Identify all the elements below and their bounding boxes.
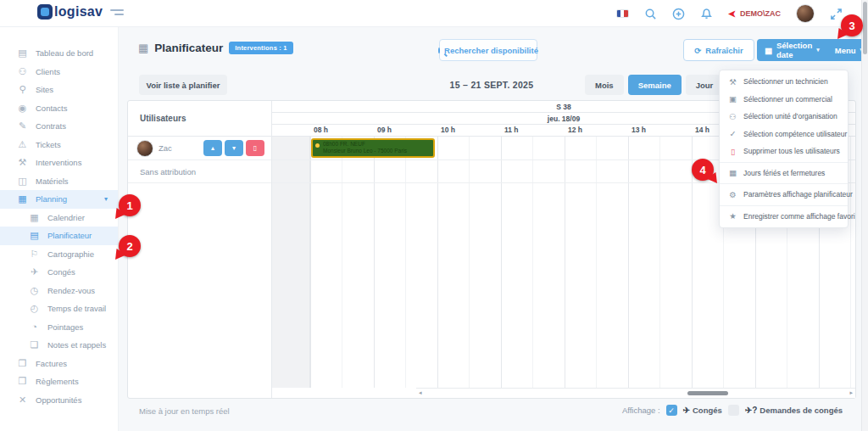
sidebar-item-tickets[interactable]: ⚠Tickets — [0, 136, 118, 154]
demandes-conges-checkbox[interactable] — [728, 405, 739, 416]
plane-icon: ✈ — [683, 406, 690, 415]
org-unit-icon: ⚇ — [728, 112, 737, 121]
contract-icon: ✎ — [17, 120, 28, 132]
menu-item-select-skill[interactable]: ✓Sélection compétence utilisateur — [720, 126, 848, 143]
menu-item-select-technician[interactable]: ⚒Sélectionner un technicien — [720, 73, 848, 91]
view-list-to-plan-button[interactable]: Voir liste à planifier — [139, 75, 227, 95]
interventions-count-badge: Interventions : 1 — [229, 42, 292, 54]
annotation-badge-1: 1 — [119, 194, 141, 216]
intervention-event[interactable]: 08h00 FR. NEUF Monsieur Bruno Leo - 7500… — [311, 138, 435, 158]
menu-divider — [720, 183, 848, 184]
refresh-button[interactable]: ⟳ Rafraîchir — [683, 39, 754, 61]
dashboard-icon: ▤ — [17, 48, 28, 59]
scrollbar-thumb[interactable] — [863, 2, 867, 54]
sidebar-item-conges[interactable]: ✈Congés — [0, 263, 118, 282]
sidebar-item-calendrier[interactable]: ▦Calendrier — [0, 209, 118, 227]
payment-icon: ❒ — [17, 376, 28, 387]
users-column: Utilisateurs Zac ▴ ▾ ▯ Sans attribution — [128, 101, 272, 398]
bell-icon[interactable] — [700, 8, 713, 20]
refresh-icon: ⟳ — [694, 46, 701, 55]
sidebar-item-notes-et-rappels[interactable]: ❏Notes et rappels — [0, 336, 118, 355]
menu-item-select-commercial[interactable]: ▣Sélectionner un commercial — [720, 91, 848, 109]
menu-item-remove-all-users[interactable]: ▯Supprimer tous les utilisateurs — [720, 143, 848, 160]
header-action-group: ▦ Sélection date ▾ Menu ▾ — [757, 39, 868, 61]
calendar-icon: ▦ — [29, 212, 40, 223]
sidebar-item-temps-de-travail[interactable]: ◴Temps de travail — [0, 299, 118, 318]
sidebar-item-cartographie[interactable]: ⚐Cartographie — [0, 245, 118, 264]
scroll-left-icon[interactable]: ◂ — [419, 389, 422, 396]
sidebar-item-interventions[interactable]: ⚒Interventions — [0, 154, 118, 172]
topbar: logisav ➤ DEMO\ZAC — [0, 0, 868, 27]
search-availability-button[interactable]: Rechercher disponibilité — [439, 39, 537, 61]
plus-circle-icon[interactable] — [672, 8, 685, 20]
search-icon[interactable] — [644, 8, 657, 20]
check-icon: ✓ — [728, 129, 737, 138]
view-month-button[interactable]: Mois — [585, 75, 624, 95]
select-date-button[interactable]: ▦ Sélection date ▾ — [757, 39, 827, 61]
annotation-badge-3: 3 — [841, 14, 863, 36]
plane-icon: ✈ — [29, 266, 40, 277]
remove-user-button[interactable]: ▯ — [246, 140, 264, 156]
impersonation-arrow-icon: ➤ — [728, 8, 736, 20]
menu-dropdown: ⚒Sélectionner un technicien ▣Sélectionne… — [719, 70, 849, 228]
clock-icon: ◔ — [29, 322, 40, 332]
app-logo[interactable]: logisav — [37, 4, 103, 20]
user-avatar[interactable] — [796, 4, 815, 23]
star-icon: ★ — [728, 211, 737, 221]
menu-item-save-favorite-view[interactable]: ★Enregistrer comme affichage favori — [720, 208, 848, 226]
sidebar-toggle-icon[interactable] — [110, 9, 124, 18]
menu-item-planner-display-settings[interactable]: ⚙Paramètres affichage planificateur — [720, 186, 848, 204]
sidebar-item-materiels[interactable]: ◫Matériels — [0, 172, 118, 191]
hour-tick: 14 h — [695, 126, 709, 134]
scrollbar-thumb[interactable] — [687, 391, 728, 395]
expand-fullscreen-icon[interactable] — [830, 8, 843, 20]
sidebar-item-planificateur[interactable]: ▤Planificateur — [0, 227, 118, 245]
planning-calendar-icon: ▦ — [17, 193, 28, 204]
user-label: DEMO\ZAC — [740, 9, 781, 18]
logo-icon — [37, 4, 53, 20]
view-day-button[interactable]: Jour — [686, 75, 724, 95]
sidebar-item-contacts[interactable]: ◉Contacts — [0, 99, 118, 118]
appointment-bell-icon: ◷ — [29, 285, 40, 296]
menu-divider — [720, 162, 848, 163]
wrench-icon: ⚒ — [17, 157, 28, 168]
sidebar-item-sites[interactable]: ⚲Sites — [0, 81, 118, 99]
language-flag-fr-icon[interactable] — [616, 9, 629, 18]
menu-item-select-org-unit[interactable]: ⚇Sélection unité d'organisation — [720, 108, 848, 126]
user-menu[interactable]: ➤ DEMO\ZAC — [728, 8, 781, 20]
equipment-icon: ◫ — [17, 176, 28, 187]
sidebar-item-contrats[interactable]: ✎Contrats — [0, 117, 118, 136]
sidebar-item-pointages[interactable]: ◔Pointages — [0, 318, 118, 337]
invoice-icon: ❐ — [17, 358, 28, 369]
menu-item-holidays-closures[interactable]: ▦Jours fériés et fermetures — [720, 165, 848, 182]
horizontal-scrollbar[interactable]: ◂ ▸ — [416, 388, 855, 398]
hour-tick: 11 h — [504, 126, 519, 134]
annotation-badge-2: 2 — [119, 235, 141, 257]
sidebar-item-opportunites[interactable]: ✕Opportunités — [0, 391, 118, 410]
view-week-button[interactable]: Semaine — [628, 75, 682, 95]
sidebar-item-rendez-vous[interactable]: ◷Rendez-vous — [0, 282, 118, 300]
demandes-conges-option-label: ✈?Demandes de congés — [745, 406, 843, 415]
sidebar-item-clients[interactable]: ⚇Clients — [0, 63, 118, 81]
display-options: Affichage : ✓ ✈Congés ✈?Demandes de cong… — [622, 405, 843, 416]
move-user-up-button[interactable]: ▴ — [203, 140, 222, 156]
sidebar-item-tableau-de-bord[interactable]: ▤Tableau de bord — [0, 44, 118, 63]
hour-tick: 10 h — [441, 126, 455, 134]
user-row-zac[interactable]: Zac ▴ ▾ ▯ — [128, 137, 271, 160]
calendar-icon: ▦ — [765, 46, 772, 55]
move-user-down-button[interactable]: ▾ — [225, 140, 243, 156]
hour-tick: 13 h — [632, 126, 646, 134]
sidebar-item-planning[interactable]: ▦Planning▾ — [0, 190, 118, 209]
logo-text: logisav — [54, 4, 103, 20]
page-vertical-scrollbar[interactable] — [861, 0, 868, 431]
sidebar-item-factures[interactable]: ❐Factures — [0, 355, 118, 373]
scroll-right-icon[interactable]: ▸ — [849, 389, 853, 396]
hour-tick: 12 h — [568, 126, 582, 134]
map-pin-icon: ⚲ — [17, 84, 28, 95]
users-column-header: Utilisateurs — [128, 101, 271, 137]
sidebar-item-reglements[interactable]: ❒Règlements — [0, 372, 118, 391]
date-range-label: 15 – 21 SEPT. 2025 — [364, 80, 619, 90]
conges-option-label: ✈Congés — [683, 406, 722, 415]
conges-checkbox[interactable]: ✓ — [666, 405, 677, 416]
unassigned-row-label[interactable]: Sans attribution — [128, 160, 271, 183]
